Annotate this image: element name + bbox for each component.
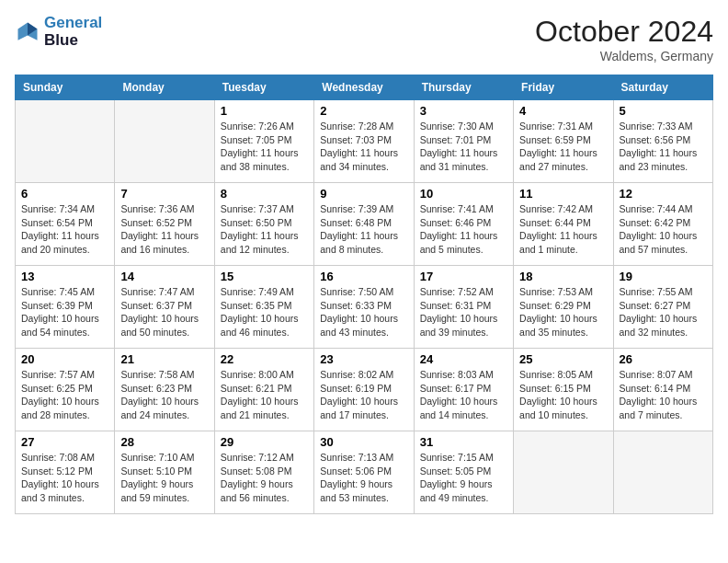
day-number: 29 [221, 435, 308, 449]
logo-icon [15, 19, 40, 45]
day-number: 16 [320, 270, 407, 283]
day-info: Sunrise: 7:39 AM Sunset: 6:48 PM Dayligh… [320, 202, 407, 257]
calendar-cell: 21Sunrise: 7:58 AM Sunset: 6:23 PM Dayli… [115, 349, 214, 431]
calendar-table: SundayMondayTuesdayWednesdayThursdayFrid… [15, 75, 713, 514]
day-info: Sunrise: 8:03 AM Sunset: 6:17 PM Dayligh… [420, 368, 507, 422]
day-info: Sunrise: 7:13 AM Sunset: 5:06 PM Dayligh… [320, 451, 407, 505]
day-number: 14 [120, 270, 208, 283]
week-row-5: 27Sunrise: 7:08 AM Sunset: 5:12 PM Dayli… [16, 431, 713, 514]
calendar-cell: 25Sunrise: 8:05 AM Sunset: 6:15 PM Dayli… [514, 349, 613, 431]
column-header-friday: Friday [514, 75, 613, 100]
day-info: Sunrise: 7:42 AM Sunset: 6:44 PM Dayligh… [519, 202, 607, 257]
day-number: 20 [21, 352, 108, 366]
calendar-cell: 13Sunrise: 7:45 AM Sunset: 6:39 PM Dayli… [16, 266, 115, 349]
day-info: Sunrise: 7:52 AM Sunset: 6:31 PM Dayligh… [420, 285, 507, 339]
day-number: 2 [320, 104, 407, 118]
calendar-cell [514, 431, 613, 514]
week-row-2: 6Sunrise: 7:34 AM Sunset: 6:54 PM Daylig… [16, 183, 713, 266]
day-info: Sunrise: 7:26 AM Sunset: 7:05 PM Dayligh… [221, 120, 308, 174]
day-info: Sunrise: 7:44 AM Sunset: 6:42 PM Dayligh… [620, 202, 707, 257]
calendar-cell: 15Sunrise: 7:49 AM Sunset: 6:35 PM Dayli… [214, 266, 313, 349]
day-info: Sunrise: 7:50 AM Sunset: 6:33 PM Dayligh… [320, 285, 407, 339]
day-info: Sunrise: 7:31 AM Sunset: 6:59 PM Dayligh… [519, 120, 607, 174]
calendar-cell: 9Sunrise: 7:39 AM Sunset: 6:48 PM Daylig… [314, 183, 414, 266]
day-info: Sunrise: 8:02 AM Sunset: 6:19 PM Dayligh… [320, 368, 407, 422]
day-number: 18 [519, 270, 607, 283]
calendar-cell: 30Sunrise: 7:13 AM Sunset: 5:06 PM Dayli… [314, 431, 414, 514]
calendar-cell: 31Sunrise: 7:15 AM Sunset: 5:05 PM Dayli… [414, 431, 513, 514]
week-row-3: 13Sunrise: 7:45 AM Sunset: 6:39 PM Dayli… [16, 266, 713, 349]
day-info: Sunrise: 7:12 AM Sunset: 5:08 PM Dayligh… [221, 451, 308, 505]
calendar-cell: 24Sunrise: 8:03 AM Sunset: 6:17 PM Dayli… [414, 349, 513, 431]
calendar-cell: 1Sunrise: 7:26 AM Sunset: 7:05 PM Daylig… [214, 100, 313, 183]
day-number: 3 [420, 104, 507, 118]
day-number: 31 [420, 435, 507, 449]
calendar-cell: 10Sunrise: 7:41 AM Sunset: 6:46 PM Dayli… [414, 183, 513, 266]
day-number: 9 [320, 187, 407, 201]
day-info: Sunrise: 7:34 AM Sunset: 6:54 PM Dayligh… [21, 202, 108, 257]
day-info: Sunrise: 8:05 AM Sunset: 6:15 PM Dayligh… [519, 368, 607, 422]
day-info: Sunrise: 7:45 AM Sunset: 6:39 PM Dayligh… [21, 285, 108, 339]
column-header-sunday: Sunday [16, 75, 115, 100]
day-number: 24 [420, 352, 507, 366]
day-number: 8 [221, 187, 308, 201]
title-block: October 2024 Waldems, Germany [535, 15, 713, 63]
day-info: Sunrise: 7:08 AM Sunset: 5:12 PM Dayligh… [21, 451, 108, 505]
day-number: 12 [620, 187, 707, 201]
day-info: Sunrise: 7:57 AM Sunset: 6:25 PM Dayligh… [21, 368, 108, 422]
calendar-cell: 29Sunrise: 7:12 AM Sunset: 5:08 PM Dayli… [214, 431, 313, 514]
day-number: 27 [21, 435, 108, 449]
calendar-cell: 27Sunrise: 7:08 AM Sunset: 5:12 PM Dayli… [16, 431, 115, 514]
day-number: 1 [221, 104, 308, 118]
day-info: Sunrise: 7:28 AM Sunset: 7:03 PM Dayligh… [320, 120, 407, 174]
day-number: 13 [21, 270, 108, 283]
calendar-cell: 17Sunrise: 7:52 AM Sunset: 6:31 PM Dayli… [414, 266, 513, 349]
page-header: General Blue October 2024 Waldems, Germa… [15, 15, 713, 63]
day-info: Sunrise: 7:33 AM Sunset: 6:56 PM Dayligh… [620, 120, 707, 174]
logo: General Blue [15, 15, 102, 49]
day-info: Sunrise: 7:49 AM Sunset: 6:35 PM Dayligh… [221, 285, 308, 339]
calendar-cell: 16Sunrise: 7:50 AM Sunset: 6:33 PM Dayli… [314, 266, 414, 349]
column-header-saturday: Saturday [613, 75, 712, 100]
calendar-cell: 7Sunrise: 7:36 AM Sunset: 6:52 PM Daylig… [115, 183, 214, 266]
day-info: Sunrise: 7:41 AM Sunset: 6:46 PM Dayligh… [420, 202, 507, 257]
day-number: 26 [620, 352, 707, 366]
calendar-cell [16, 100, 115, 183]
calendar-cell: 22Sunrise: 8:00 AM Sunset: 6:21 PM Dayli… [214, 349, 313, 431]
column-header-tuesday: Tuesday [214, 75, 313, 100]
week-row-1: 1Sunrise: 7:26 AM Sunset: 7:05 PM Daylig… [16, 100, 713, 183]
day-number: 7 [120, 187, 208, 201]
day-info: Sunrise: 7:47 AM Sunset: 6:37 PM Dayligh… [120, 285, 208, 339]
day-number: 28 [120, 435, 208, 449]
calendar-cell: 5Sunrise: 7:33 AM Sunset: 6:56 PM Daylig… [613, 100, 712, 183]
calendar-cell: 28Sunrise: 7:10 AM Sunset: 5:10 PM Dayli… [115, 431, 214, 514]
day-number: 10 [420, 187, 507, 201]
day-info: Sunrise: 7:36 AM Sunset: 6:52 PM Dayligh… [120, 202, 208, 257]
column-header-monday: Monday [115, 75, 214, 100]
day-number: 30 [320, 435, 407, 449]
day-info: Sunrise: 8:07 AM Sunset: 6:14 PM Dayligh… [620, 368, 707, 422]
day-number: 17 [420, 270, 507, 283]
calendar-cell [613, 431, 712, 514]
calendar-cell [115, 100, 214, 183]
week-row-4: 20Sunrise: 7:57 AM Sunset: 6:25 PM Dayli… [16, 349, 713, 431]
day-number: 5 [620, 104, 707, 118]
calendar-cell: 19Sunrise: 7:55 AM Sunset: 6:27 PM Dayli… [613, 266, 712, 349]
location: Waldems, Germany [535, 49, 713, 63]
day-number: 22 [221, 352, 308, 366]
day-info: Sunrise: 7:10 AM Sunset: 5:10 PM Dayligh… [120, 451, 208, 505]
calendar-cell: 14Sunrise: 7:47 AM Sunset: 6:37 PM Dayli… [115, 266, 214, 349]
day-info: Sunrise: 7:55 AM Sunset: 6:27 PM Dayligh… [620, 285, 707, 339]
day-info: Sunrise: 7:53 AM Sunset: 6:29 PM Dayligh… [519, 285, 607, 339]
calendar-cell: 3Sunrise: 7:30 AM Sunset: 7:01 PM Daylig… [414, 100, 513, 183]
column-header-wednesday: Wednesday [314, 75, 414, 100]
calendar-cell: 26Sunrise: 8:07 AM Sunset: 6:14 PM Dayli… [613, 349, 712, 431]
calendar-cell: 23Sunrise: 8:02 AM Sunset: 6:19 PM Dayli… [314, 349, 414, 431]
day-number: 21 [120, 352, 208, 366]
day-info: Sunrise: 7:58 AM Sunset: 6:23 PM Dayligh… [120, 368, 208, 422]
month-title: October 2024 [535, 15, 713, 49]
day-number: 23 [320, 352, 407, 366]
day-info: Sunrise: 8:00 AM Sunset: 6:21 PM Dayligh… [221, 368, 308, 422]
day-info: Sunrise: 7:15 AM Sunset: 5:05 PM Dayligh… [420, 451, 507, 505]
calendar-cell: 12Sunrise: 7:44 AM Sunset: 6:42 PM Dayli… [613, 183, 712, 266]
